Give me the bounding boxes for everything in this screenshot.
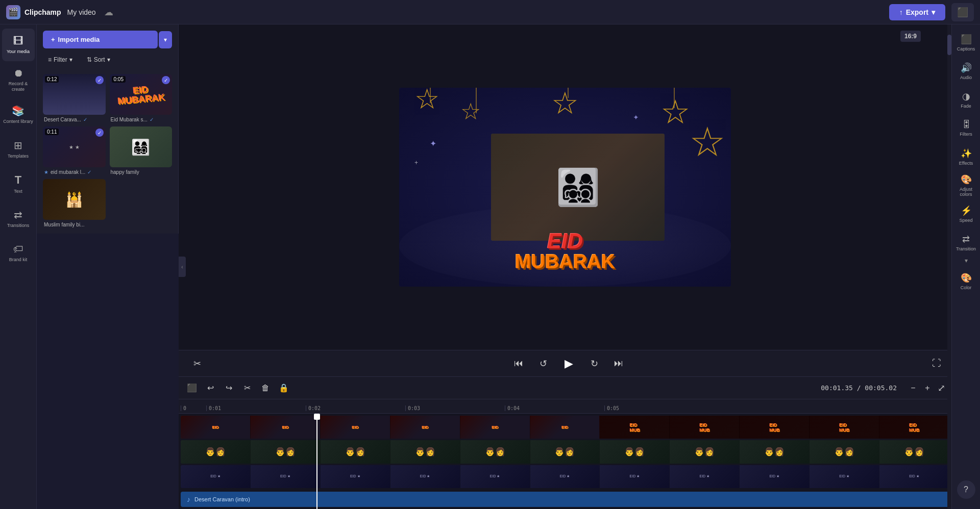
media-item-eid-mubarak-i[interactable]: ★ ★ 0:11 ✓ ★ eid mubarak l... ✓	[43, 126, 106, 175]
track-eid-animation[interactable]: EID EID EID EID EID EID EIDMUB EIDMUB EI…	[181, 416, 949, 439]
sort-button[interactable]: ⇅ Sort ▾	[82, 54, 115, 66]
sidebar-item-text[interactable]: T Text	[2, 167, 35, 200]
timeline-vertical-scrollbar[interactable]	[947, 399, 951, 509]
right-tool-effects[interactable]: ✨ Effects	[953, 143, 979, 170]
redo-button[interactable]: ↪	[222, 381, 236, 395]
eid-thumb-text: EIDMUBARAK	[116, 83, 165, 106]
preview-area: 16:9 ☆ ☆ ☆ ☆ ☆	[179, 24, 951, 350]
export-icon: ↑	[899, 8, 903, 16]
import-media-button[interactable]: + Import media	[43, 31, 158, 48]
transition-label: Transition	[956, 246, 976, 251]
zoom-in-button[interactable]: +	[921, 382, 934, 394]
track-thumb-eid-logo: EIDMUB	[600, 416, 670, 439]
sidebar-item-your-media[interactable]: 🎞 Your media	[2, 29, 35, 61]
filter-button[interactable]: ≡ Filter ▾	[43, 54, 78, 66]
track-family-video[interactable]: 👨‍👩 👨‍👩 👨‍👩 👨‍👩 👨‍👩 👨‍👩 👨‍👩 👨‍👩 👨‍👩 👨	[181, 440, 949, 463]
right-tool-audio[interactable]: 🔊 Audio	[953, 57, 979, 85]
eid-text: EID	[515, 231, 615, 252]
audio-icon: 🔊	[961, 62, 972, 73]
right-tool-speed[interactable]: ⚡ Speed	[953, 200, 979, 227]
track-music[interactable]: ♪ Desert Caravan (intro)	[181, 492, 949, 507]
eid-stars: ★ ★	[69, 144, 80, 150]
forward-button[interactable]: ↻	[586, 355, 602, 372]
templates-label: Templates	[8, 154, 29, 159]
track-star-overlay[interactable]: EID ★ EID ★ EID ★ EID ★ EID ★ EID ★ EID …	[181, 465, 949, 488]
media-item-happy-family[interactable]: 👨‍👩‍👧‍👦 happy family	[110, 126, 173, 175]
help-button[interactable]: ?	[957, 480, 975, 499]
delete-button[interactable]: 🗑	[258, 381, 273, 395]
captions-panel-toggle[interactable]: ⬛	[951, 3, 974, 21]
filter-label: Filter	[54, 56, 67, 63]
filter-icon: ≡	[48, 56, 52, 63]
lock-button[interactable]: 🔒	[277, 381, 291, 395]
import-dropdown-button[interactable]: ▾	[159, 31, 172, 48]
play-pause-button[interactable]: ▶	[559, 354, 578, 373]
sidebar-item-content-library[interactable]: 📚 Content library	[2, 98, 35, 131]
content-library-icon: 📚	[12, 105, 24, 117]
snip-button[interactable]: ✂	[189, 355, 205, 372]
media-duration-eid-i: 0:11	[45, 129, 59, 135]
right-sidebar-expand-button[interactable]: ▾	[965, 257, 968, 264]
timeline-expand-button[interactable]: ⤢	[938, 383, 945, 394]
right-tool-transition[interactable]: ⇄ Transition	[953, 228, 979, 256]
right-tool-fade[interactable]: ◑ Fade	[953, 86, 979, 113]
captions-icon: ⬛	[961, 34, 972, 45]
export-label: Export	[906, 8, 928, 16]
export-button[interactable]: ↑ Export ▾	[889, 4, 945, 20]
track-thumb-eid-logo: EIDMUB	[670, 416, 740, 439]
sort-dropdown-icon: ▾	[107, 56, 110, 63]
main-area: 🎞 Your media ⏺ Record & create 📚 Content…	[0, 24, 980, 509]
star-top-center: ☆	[551, 88, 579, 121]
timeline-time-display: 00:01.35 / 00:05.02	[821, 384, 897, 392]
aspect-ratio-badge[interactable]: 16:9	[900, 31, 921, 42]
cut-button[interactable]: ✂	[240, 381, 254, 395]
track-thumb-star: EID ★	[740, 465, 810, 488]
media-item-muslim-family[interactable]: 🕌 Muslim family bi...	[43, 179, 106, 227]
your-media-label: Your media	[7, 49, 30, 55]
undo-button[interactable]: ↩	[203, 381, 217, 395]
media-check-icon: ✓	[95, 76, 104, 84]
record-create-icon: ⏺	[13, 67, 23, 79]
right-tool-adjust-colors[interactable]: 🎨 Adjust colors	[953, 171, 979, 199]
zoom-out-button[interactable]: −	[907, 382, 919, 394]
media-item-name-eid-i: ★ eid mubarak l... ✓	[43, 169, 106, 175]
track-thumb-cell: EID	[181, 416, 251, 439]
media-item-name-muslim: Muslim family bi...	[43, 222, 106, 227]
fullscreen-button[interactable]: ⛶	[932, 358, 941, 369]
app-logo[interactable]: 🎬 Clipchamp	[6, 5, 61, 19]
sidebar-item-brand-kit[interactable]: 🏷 Brand kit	[2, 237, 35, 269]
adjust-colors-label: Adjust colors	[953, 187, 979, 197]
playback-controls: ✂ ⏮ ↺ ▶ ↻ ⏭ ⛶	[179, 350, 951, 376]
media-duration-eid: 0:05	[112, 76, 126, 83]
media-panel-collapse-button[interactable]: ‹	[179, 257, 186, 277]
right-tool-filters[interactable]: 🎛 Filters	[953, 114, 979, 142]
media-item-eid-mubarak-s[interactable]: EIDMUBARAK 0:05 ✓ Eid Mubarak s... ✓	[110, 74, 173, 122]
track-thumb-cell: EID	[460, 416, 530, 439]
timeline-wrapper: 0 0:01 0:02 0:03 0:04 0:05	[179, 399, 951, 509]
import-icon: +	[51, 36, 55, 43]
media-grid: 0:12 ✓ Desert Carava... ✓ EIDMUBARAK 0:0	[37, 72, 178, 234]
video-title[interactable]: My video	[67, 8, 96, 16]
sidebar-item-transitions[interactable]: ⇄ Transitions	[2, 202, 35, 235]
sparkle-3: +	[414, 159, 418, 166]
media-item-name-happy-family: happy family	[110, 169, 173, 175]
select-tool-button[interactable]: ⬛	[185, 381, 199, 395]
captions-label: Captions	[957, 46, 975, 52]
audio-label: Audio	[960, 75, 972, 80]
right-tool-captions[interactable]: ⬛ Captions	[953, 29, 979, 56]
skip-back-button[interactable]: ⏮	[510, 355, 527, 372]
sidebar-item-record-create[interactable]: ⏺ Record & create	[2, 63, 35, 96]
export-dropdown-icon: ▾	[932, 8, 935, 16]
media-item-desert-caravan[interactable]: 0:12 ✓ Desert Carava... ✓	[43, 74, 106, 122]
import-label: Import media	[58, 36, 100, 43]
skip-forward-button[interactable]: ⏭	[610, 355, 627, 372]
track-thumb-family: 👨‍👩	[740, 440, 810, 463]
right-tool-color[interactable]: 🎨 Color	[953, 267, 979, 295]
photo-overlay	[491, 134, 665, 241]
family-silhouette: 👨‍👩‍👧‍👦	[131, 138, 150, 156]
star-top-left: ☆	[414, 88, 439, 115]
eid-i-check-mark: ✓	[87, 169, 91, 175]
sidebar-item-templates[interactable]: ⊞ Templates	[2, 133, 35, 165]
track-thumb-star: EID ★	[390, 465, 460, 488]
rewind-button[interactable]: ↺	[535, 355, 551, 372]
